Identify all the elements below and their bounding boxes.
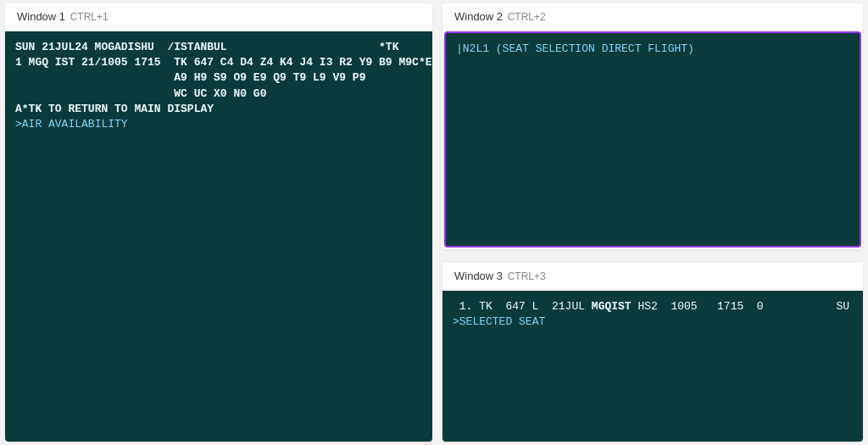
terminal-line: 1 MGQ IST 21/1005 1715 TK 647 C4 D4 Z4 K… xyxy=(15,55,422,70)
window-1-panel: Window 1 CTRL+1 SUN 21JUL24 MOGADISHU /I… xyxy=(5,3,432,442)
command-input-line[interactable]: |N2L1 (SEAT SELECTION DIRECT FLIGHT) xyxy=(456,42,849,57)
terminal-line: WC UC X0 N0 G0 xyxy=(15,86,422,102)
selected-seat-command[interactable]: >SELECTED SEAT xyxy=(453,314,853,330)
window-3-terminal[interactable]: 1. TK 647 L 21JUL MGQIST HS2 1005 1715 0… xyxy=(442,291,863,442)
window-2-header: Window 2 CTRL+2 xyxy=(442,3,863,31)
terminal-line: SUN 21JUL24 MOGADISHU /ISTANBUL *TK xyxy=(15,40,422,55)
window-2-title: Window 2 xyxy=(454,10,503,23)
cursor-icon: | xyxy=(456,42,463,55)
window-1-terminal[interactable]: SUN 21JUL24 MOGADISHU /ISTANBUL *TK1 MGQ… xyxy=(5,31,432,442)
window-3-panel: Window 3 CTRL+3 1. TK 647 L 21JUL MGQIST… xyxy=(442,263,863,442)
window-3-header: Window 3 CTRL+3 xyxy=(442,263,863,291)
window-1-shortcut: CTRL+1 xyxy=(70,11,108,23)
terminal-line: 1. TK 647 L 21JUL MGQIST HS2 1005 1715 0… xyxy=(453,299,853,314)
window-2-panel: Window 2 CTRL+2 |N2L1 (SEAT SELECTION DI… xyxy=(442,3,863,249)
window-1-header: Window 1 CTRL+1 xyxy=(5,3,432,31)
window-2-shortcut: CTRL+2 xyxy=(508,11,546,23)
terminal-line: A*TK TO RETURN TO MAIN DISPLAY xyxy=(15,102,422,117)
terminal-line: A9 H9 S9 O9 E9 Q9 T9 L9 V9 P9 xyxy=(15,70,422,86)
window-3-title: Window 3 xyxy=(454,270,503,282)
window-2-terminal[interactable]: |N2L1 (SEAT SELECTION DIRECT FLIGHT) xyxy=(444,31,861,248)
air-availability-command[interactable]: >AIR AVAILABILITY xyxy=(15,117,422,132)
window-3-shortcut: CTRL+3 xyxy=(508,270,546,282)
window-1-title: Window 1 xyxy=(17,10,65,23)
